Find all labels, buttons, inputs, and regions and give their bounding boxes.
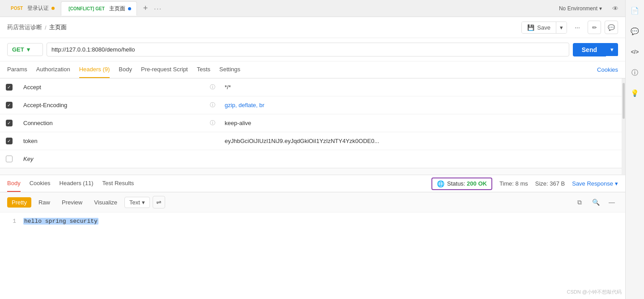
fmt-tab-pretty[interactable]: Pretty <box>7 197 31 208</box>
response-area: Body Cookies Headers (11) Test Results 🌐… <box>0 175 625 299</box>
save-dropdown-button[interactable]: ▾ <box>556 22 567 33</box>
wrap-lines-button[interactable]: ⇌ <box>153 196 165 208</box>
save-button[interactable]: 💾 Save <box>522 22 556 33</box>
save-icon: 💾 <box>527 24 534 31</box>
sidebar-bulb-button[interactable]: 💡 <box>629 87 641 100</box>
tab-login-label: 登录认证 <box>27 4 49 12</box>
check-col[interactable] <box>0 120 18 126</box>
resp-tab-test-results[interactable]: Test Results <box>102 175 134 192</box>
tab-home[interactable]: [CONFLICT] GET 主页面 <box>61 1 137 16</box>
header-row-accept: Accept ⓘ */* <box>0 78 622 96</box>
fmt-tab-preview[interactable]: Preview <box>57 197 87 208</box>
new-tab-button[interactable]: + <box>141 4 151 13</box>
url-input[interactable] <box>47 43 569 56</box>
tab-actions: + ··· <box>141 4 162 13</box>
checkbox-accept[interactable] <box>6 84 13 91</box>
method-selector[interactable]: GET ▾ <box>7 43 43 56</box>
response-size: Size: 367 B <box>535 180 565 187</box>
value-token: eyJhbGciOiJIUzI1NiJ9.eyJqdGkiOiI1YzIzNTY… <box>219 134 622 148</box>
check-col-empty[interactable] <box>0 156 18 162</box>
tab-pre-request-script[interactable]: Pre-request Script <box>141 61 188 78</box>
key-token: token <box>18 134 206 148</box>
code-icon: </> <box>631 49 639 55</box>
breadcrumb-actions: 💾 Save ▾ ··· ✏ 💬 <box>521 21 618 34</box>
right-sidebar: 📄 💬 </> ⓘ 💡 <box>625 0 644 299</box>
scroll-thumb[interactable] <box>623 83 625 119</box>
comment-button[interactable]: 💬 <box>605 21 618 34</box>
key-empty[interactable]: Key <box>18 152 206 166</box>
save-label: Save <box>537 24 550 31</box>
save-response-button[interactable]: Save Response ▾ <box>572 180 618 187</box>
response-text-highlighted: hello spring security <box>23 218 98 225</box>
col-header-value: Value <box>219 173 421 175</box>
response-action-icons: ⧉ 🔍 — <box>573 196 618 208</box>
response-line-1: hello spring security <box>23 218 98 225</box>
tab-home-dot <box>128 7 131 10</box>
fmt-tab-visualize[interactable]: Visualize <box>90 197 122 208</box>
check-col[interactable] <box>0 84 18 91</box>
tab-login[interactable]: POST 登录认证 <box>4 1 60 16</box>
environment-label: No Environment <box>559 5 597 12</box>
col-header-description: Description <box>421 173 622 175</box>
value-connection: keep-alive <box>219 116 622 130</box>
copy-button[interactable]: ⧉ <box>573 196 586 208</box>
response-time: Time: 8 ms <box>499 180 528 187</box>
tab-login-dot <box>51 7 55 10</box>
fmt-tab-raw[interactable]: Raw <box>34 197 55 208</box>
breadcrumb-parent[interactable]: 药店营运诊断 <box>7 23 42 31</box>
sidebar-comment-button[interactable]: 💬 <box>629 25 641 38</box>
sidebar-info-button[interactable]: ⓘ <box>629 66 641 79</box>
tab-body[interactable]: Body <box>119 61 132 78</box>
checkbox-connection[interactable] <box>6 120 13 126</box>
response-format-bar: Pretty Raw Preview Visualize Text ▾ ⇌ ⧉ … <box>0 192 625 212</box>
value-link-br[interactable]: br <box>259 102 264 108</box>
sidebar-code-button[interactable]: </> <box>629 46 641 58</box>
search-icon[interactable]: 🔍 <box>589 196 602 208</box>
minimize-icon[interactable]: — <box>606 196 618 208</box>
method-badge-conflict-get: [CONFLICT] GET <box>67 6 107 12</box>
more-options-button[interactable]: ··· <box>571 21 584 34</box>
value-accept: */* <box>219 80 622 94</box>
format-type-dropdown[interactable]: Text ▾ <box>124 197 150 208</box>
sidebar-document-button[interactable]: 📄 <box>629 4 641 17</box>
cookies-link[interactable]: Cookies <box>597 66 618 73</box>
value-empty[interactable] <box>219 156 622 163</box>
environment-selector[interactable]: No Environment ▾ <box>555 4 606 13</box>
tab-params[interactable]: Params <box>7 61 27 78</box>
key-accept-encoding: Accept-Encoding <box>18 98 206 112</box>
check-col[interactable] <box>0 138 18 144</box>
resp-tab-body[interactable]: Body <box>7 175 21 192</box>
scroll-indicator <box>622 78 625 174</box>
breadcrumb-bar: 药店营运诊断 / 主页面 💾 Save ▾ ··· ✏ 💬 <box>0 17 625 38</box>
headers-table: Accept ⓘ */* Accept-Encoding ⓘ gzip, def… <box>0 78 622 174</box>
checkbox-accept-encoding[interactable] <box>6 102 13 108</box>
tab-authorization[interactable]: Authorization <box>36 61 70 78</box>
format-type-chevron: ▾ <box>142 199 145 206</box>
send-button-group: Send ▾ <box>573 43 618 56</box>
request-tabs: Params Authorization Headers (9) Body Pr… <box>0 61 625 78</box>
status-text: Status: 200 OK <box>447 180 487 187</box>
chevron-down-icon: ▾ <box>560 24 563 31</box>
column-headers-row: Key Value Description <box>0 168 622 174</box>
header-row-accept-encoding: Accept-Encoding ⓘ gzip, deflate, br <box>0 96 622 114</box>
document-icon: 📄 <box>631 7 639 15</box>
send-button[interactable]: Send <box>573 43 606 56</box>
tab-overflow-button[interactable]: ··· <box>154 5 162 12</box>
tab-settings[interactable]: Settings <box>219 61 240 78</box>
response-content: 1 hello spring security <box>0 212 625 230</box>
check-col[interactable] <box>0 102 18 108</box>
resp-tab-cookies[interactable]: Cookies <box>30 175 51 192</box>
info-icon-accept: ⓘ <box>206 83 219 91</box>
tab-tests[interactable]: Tests <box>197 61 210 78</box>
tab-bar: POST 登录认证 [CONFLICT] GET 主页面 + ··· No En… <box>0 0 625 17</box>
edit-button[interactable]: ✏ <box>588 21 601 34</box>
eye-icon[interactable]: 👁 <box>609 2 622 15</box>
resp-tab-headers[interactable]: Headers (11) <box>60 175 94 192</box>
wrap-icon: ⇌ <box>156 199 162 206</box>
checkbox-token[interactable] <box>6 138 13 144</box>
tab-headers[interactable]: Headers (9) <box>79 61 110 78</box>
method-chevron-icon: ▾ <box>27 46 30 53</box>
checkbox-empty[interactable] <box>6 156 13 162</box>
watermark: CSDN @小钟不想敲代码 <box>567 289 622 295</box>
send-dropdown-button[interactable]: ▾ <box>606 43 618 56</box>
